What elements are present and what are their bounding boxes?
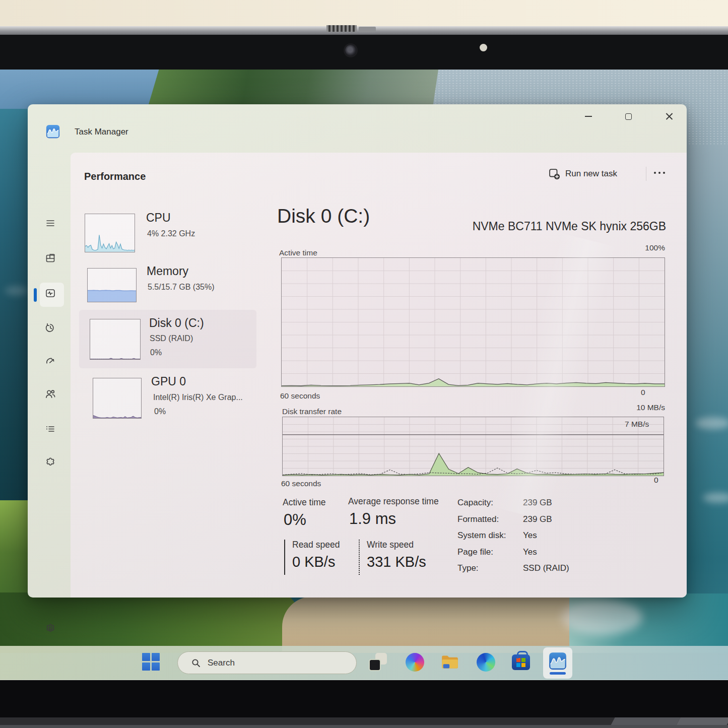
transfer-max-label: 10 MB/s xyxy=(636,403,665,412)
close-icon xyxy=(666,113,673,120)
disk-device-name: NVMe BC711 NVMe SK hynix 256GB xyxy=(473,220,666,233)
sidebar-item-startup-apps[interactable] xyxy=(40,351,64,375)
file-explorer-button[interactable] xyxy=(440,652,460,672)
laptop-bottom-bezel xyxy=(0,680,728,717)
performance-icon xyxy=(44,287,59,302)
search-input[interactable]: Search xyxy=(177,651,357,674)
hinge-connector xyxy=(326,25,357,32)
write-speed-label: Write speed xyxy=(367,540,439,550)
edge-button[interactable] xyxy=(477,653,495,672)
performance-panel: Performance Run new task CPU 4% xyxy=(71,153,687,598)
perf-row-gpu-name: GPU 0 xyxy=(151,375,186,388)
write-speed-block: Write speed 331 KB/s xyxy=(359,540,439,575)
windows-start-icon xyxy=(142,653,160,671)
processes-icon xyxy=(44,252,59,267)
page-file-value: Yes xyxy=(523,547,537,557)
sidebar-item-users[interactable] xyxy=(40,383,64,408)
perf-row-memory-name: Memory xyxy=(147,264,188,278)
perf-row-disk-name: Disk 0 (C:) xyxy=(149,316,204,330)
photo-of-laptop: Task Manager xyxy=(0,0,728,728)
system-disk-value: Yes xyxy=(523,531,537,541)
stat-active-time-value: 0% xyxy=(284,511,306,529)
copilot-button[interactable] xyxy=(406,653,424,672)
wallpaper-foam xyxy=(703,493,728,503)
transfer-chart-label: Disk transfer rate xyxy=(282,407,342,416)
wallpaper-beach xyxy=(282,597,605,653)
task-manager-app-icon xyxy=(46,124,60,139)
laptop-base-edge xyxy=(0,725,728,728)
sidebar-item-settings[interactable] xyxy=(40,618,64,642)
perf-row-disk-percent: 0% xyxy=(150,348,162,357)
maximize-button[interactable] xyxy=(617,106,640,126)
sidebar-item-app-history[interactable] xyxy=(40,317,64,342)
search-placeholder: Search xyxy=(208,658,235,668)
task-manager-window: Task Manager xyxy=(28,104,687,598)
stat-avg-response-label: Average response time xyxy=(348,496,439,507)
sidebar-item-processes[interactable] xyxy=(40,247,64,272)
disk-mini-chart xyxy=(90,319,141,360)
active-app-indicator xyxy=(550,672,566,675)
minimize-button[interactable] xyxy=(577,106,600,126)
copilot-icon xyxy=(406,653,424,672)
formatted-value: 239 GB xyxy=(523,514,552,524)
capacity-value: 239 GB xyxy=(523,498,552,508)
app-history-icon xyxy=(44,322,59,337)
file-explorer-icon xyxy=(440,652,460,672)
sidebar-item-menu[interactable] xyxy=(40,212,64,236)
settings-gear-icon xyxy=(44,622,59,637)
capacity-label: Capacity: xyxy=(457,498,493,508)
microsoft-store-button[interactable] xyxy=(512,654,530,670)
task-view-icon xyxy=(368,652,388,672)
run-new-task-button[interactable]: Run new task xyxy=(548,164,617,184)
hamburger-menu-icon xyxy=(44,217,59,232)
background-wall xyxy=(0,0,728,26)
perf-row-memory-detail: 5.5/15.7 GB (35%) xyxy=(148,283,215,292)
close-button[interactable] xyxy=(657,106,681,126)
cpu-mini-chart xyxy=(85,214,135,252)
stat-avg-response-value: 1.9 ms xyxy=(349,510,396,528)
perf-row-gpu-sub: Intel(R) Iris(R) Xe Grap... xyxy=(153,393,243,402)
transfer-threshold-label: 7 MB/s xyxy=(625,420,649,429)
window-title: Task Manager xyxy=(75,127,128,137)
laptop-screen: Task Manager xyxy=(0,70,728,680)
selected-indicator xyxy=(34,288,37,302)
webcam xyxy=(345,45,356,56)
details-list-icon xyxy=(44,423,59,438)
perf-row-gpu-percent: 0% xyxy=(154,407,166,416)
task-view-button[interactable] xyxy=(368,652,388,672)
taskbar-task-manager-button[interactable] xyxy=(543,647,572,679)
type-label: Type: xyxy=(457,563,479,573)
microsoft-store-icon xyxy=(512,654,530,670)
page-file-label: Page file: xyxy=(457,547,493,557)
laptop-top-bezel xyxy=(0,35,728,70)
active-time-max-label: 100% xyxy=(645,243,665,252)
start-button[interactable] xyxy=(142,653,160,671)
wallpaper-water-left xyxy=(0,109,31,512)
more-options-button[interactable] xyxy=(654,172,665,174)
system-disk-label: System disk: xyxy=(457,531,506,541)
sidebar-item-performance[interactable] xyxy=(40,283,64,307)
sidebar-item-details[interactable] xyxy=(40,418,64,442)
task-manager-taskbar-icon xyxy=(549,652,567,670)
perf-row-cpu-name: CPU xyxy=(146,211,171,225)
read-speed-label: Read speed xyxy=(292,540,355,550)
active-time-chart-label: Active time xyxy=(279,248,317,257)
run-new-task-icon xyxy=(548,168,560,180)
read-speed-value: 0 KB/s xyxy=(292,554,355,570)
minimize-icon xyxy=(585,116,592,117)
users-icon xyxy=(44,388,59,403)
gpu-mini-chart xyxy=(93,378,142,419)
camera-sensor-dot xyxy=(480,44,487,51)
maximize-icon xyxy=(625,113,632,120)
transfer-xspan-label: 60 seconds xyxy=(281,479,321,488)
sidebar-item-services[interactable] xyxy=(40,451,64,476)
wallpaper-surf-foam xyxy=(562,600,642,635)
stat-active-time-label: Active time xyxy=(283,497,326,508)
edge-icon xyxy=(477,653,495,672)
read-speed-block: Read speed 0 KB/s xyxy=(284,540,355,575)
header-divider xyxy=(646,167,646,181)
active-time-min-label: 0 xyxy=(641,388,645,397)
memory-mini-chart xyxy=(87,268,137,302)
page-title: Performance xyxy=(84,171,146,182)
type-value: SSD (RAID) xyxy=(523,563,569,573)
